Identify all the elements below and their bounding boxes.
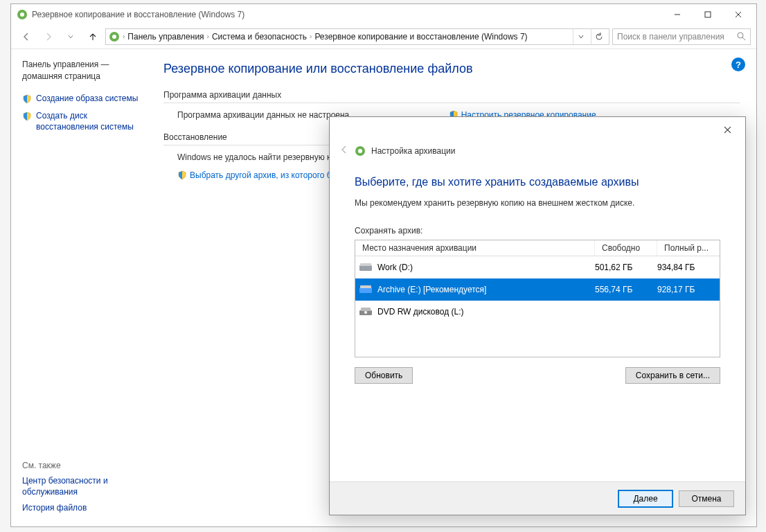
svg-rect-14 (359, 265, 372, 271)
save-network-button[interactable]: Сохранить в сети... (625, 367, 720, 384)
breadcrumb-item[interactable]: Панель управления (127, 32, 204, 42)
page-title: Резервное копирование или восстановление… (163, 62, 740, 76)
dialog-footer: Далее Отмена (330, 481, 745, 515)
sidebar-link-create-image[interactable]: Создание образа системы (22, 94, 145, 105)
chevron-right-icon: › (310, 33, 312, 40)
breadcrumb-item[interactable]: Система и безопасность (212, 32, 307, 42)
dialog-subtext: Мы рекомендуем хранить резервную копию н… (355, 198, 720, 208)
drive-name: DVD RW дисковод (L:) (377, 307, 595, 317)
dialog-title: Настройка архивации (371, 146, 456, 156)
drive-total: 928,17 ГБ (657, 285, 715, 294)
window-title: Резервное копирование и восстановление (… (32, 10, 244, 19)
up-button[interactable] (83, 27, 103, 46)
svg-point-8 (738, 33, 743, 38)
refresh-button[interactable]: Обновить (355, 367, 413, 384)
minimize-button[interactable] (662, 4, 693, 24)
group-backup-title: Программа архивации данных (163, 90, 740, 100)
dialog-heading: Выберите, где вы хотите хранить создавае… (355, 176, 720, 188)
backup-status-text: Программа архивации данных не настроена. (177, 110, 352, 120)
help-button[interactable]: ? (731, 57, 745, 71)
backup-setup-dialog: Настройка архивации Выберите, где вы хот… (329, 116, 746, 515)
drive-name: Archive (E:) [Рекомендуется] (377, 285, 595, 294)
svg-rect-15 (360, 263, 371, 266)
drive-total: 934,84 ГБ (657, 263, 715, 272)
svg-point-20 (364, 311, 367, 314)
sidebar-link-file-history[interactable]: История файлов (22, 503, 154, 514)
forward-button[interactable] (39, 27, 58, 46)
next-button[interactable]: Далее (618, 490, 673, 508)
dialog-body: Выберите, где вы хотите хранить создавае… (330, 163, 745, 481)
table-row[interactable]: DVD RW дисковод (L:) (355, 301, 720, 323)
column-free[interactable]: Свободно (595, 240, 657, 256)
svg-point-7 (112, 35, 116, 39)
back-button[interactable] (17, 27, 36, 46)
sidebar: Панель управления — домашняя страница Со… (11, 49, 157, 526)
breadcrumb-item[interactable]: Резервное копирование и восстановление (… (314, 32, 527, 42)
drive-icon (359, 262, 373, 273)
column-destination[interactable]: Место назначения архивации (355, 240, 595, 256)
table-header: Место назначения архивации Свободно Полн… (355, 240, 720, 256)
address-icon (109, 31, 120, 42)
sidebar-home-link[interactable]: Панель управления — домашняя страница (22, 59, 145, 82)
recent-dropdown[interactable] (61, 27, 80, 46)
navbar: › Панель управления › Система и безопасн… (11, 24, 756, 49)
address-dropdown[interactable] (573, 29, 588, 44)
search-input[interactable]: Поиск в панели управления (612, 28, 751, 45)
drive-name: Work (D:) (377, 263, 595, 272)
drive-free: 556,74 ГБ (595, 285, 657, 294)
backup-icon (355, 145, 366, 157)
dialog-header: Настройка архивации (330, 142, 745, 163)
drive-icon (359, 284, 373, 295)
save-archive-label: Сохранять архив: (355, 226, 720, 236)
see-also-heading: См. также (22, 461, 154, 470)
dialog-close-button[interactable] (713, 119, 741, 140)
svg-rect-19 (361, 308, 371, 311)
table-row[interactable]: Work (D:)501,62 ГБ934,84 ГБ (355, 256, 720, 278)
drive-free: 501,62 ГБ (595, 263, 657, 272)
dialog-titlebar (330, 117, 745, 142)
chevron-right-icon: › (207, 33, 209, 40)
destination-table: Место назначения архивации Свободно Полн… (355, 240, 720, 357)
svg-point-13 (358, 149, 362, 153)
app-icon (17, 9, 28, 20)
shield-icon (177, 170, 187, 180)
search-icon (737, 32, 746, 41)
maximize-button[interactable] (693, 4, 723, 24)
cancel-button[interactable]: Отмена (679, 490, 734, 507)
svg-rect-16 (359, 287, 372, 293)
svg-rect-17 (360, 285, 371, 288)
titlebar: Резервное копирование и восстановление (… (11, 4, 756, 24)
svg-point-1 (20, 12, 24, 17)
drive-icon (359, 306, 373, 317)
sidebar-link-create-recovery-disk[interactable]: Создать диск восстановления системы (22, 111, 145, 132)
sidebar-bottom: См. также Центр безопасности и обслужива… (22, 461, 154, 520)
dialog-button-row: Обновить Сохранить в сети... (355, 367, 720, 384)
close-button[interactable] (723, 4, 754, 24)
address-bar[interactable]: › Панель управления › Система и безопасн… (105, 28, 609, 45)
shield-icon (22, 94, 32, 104)
dialog-back-button[interactable] (339, 145, 349, 157)
shield-icon (22, 112, 32, 121)
svg-rect-3 (705, 12, 711, 17)
refresh-button[interactable] (591, 29, 606, 44)
svg-line-9 (742, 37, 745, 40)
sidebar-link-security-center[interactable]: Центр безопасности и обслуживания (22, 476, 154, 497)
chevron-right-icon: › (123, 33, 125, 40)
column-total[interactable]: Полный р... (657, 240, 720, 256)
table-row[interactable]: Archive (E:) [Рекомендуется]556,74 ГБ928… (355, 278, 720, 301)
